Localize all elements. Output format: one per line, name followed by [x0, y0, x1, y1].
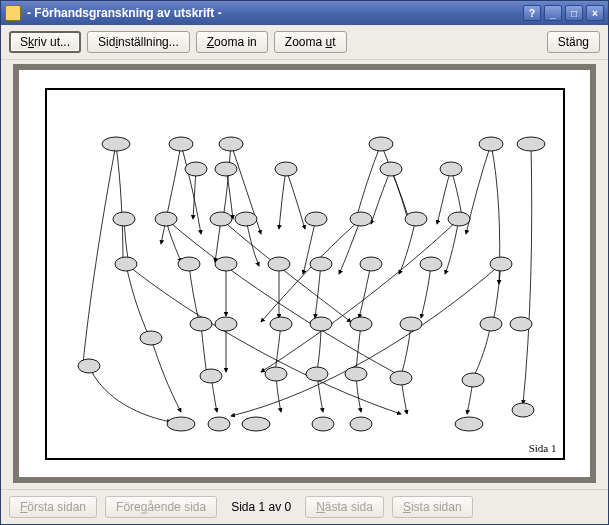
svg-point-32	[400, 317, 422, 331]
svg-point-40	[345, 367, 367, 381]
preview-area: Sida 1	[13, 64, 596, 483]
svg-point-5	[517, 137, 545, 151]
svg-point-10	[440, 162, 462, 176]
titlebar: - Förhandsgranskning av utskrift - ? _ □…	[1, 1, 608, 25]
window-title: - Förhandsgranskning av utskrift -	[27, 6, 520, 20]
svg-point-29	[270, 317, 292, 331]
close-window-button[interactable]: ×	[586, 5, 604, 21]
svg-point-41	[390, 371, 412, 385]
maximize-button[interactable]: □	[565, 5, 583, 21]
svg-point-13	[210, 212, 232, 226]
svg-point-7	[215, 162, 237, 176]
svg-point-12	[155, 212, 177, 226]
page-preview: Sida 1	[45, 88, 565, 460]
svg-point-45	[242, 417, 270, 431]
svg-point-30	[310, 317, 332, 331]
svg-point-22	[268, 257, 290, 271]
svg-point-4	[479, 137, 503, 151]
zoom-in-button[interactable]: Zooma in	[196, 31, 268, 53]
svg-point-47	[350, 417, 372, 431]
page-setup-button[interactable]: Sidinställning...	[87, 31, 190, 53]
svg-point-1	[169, 137, 193, 151]
svg-point-38	[265, 367, 287, 381]
graph-diagram	[61, 104, 553, 444]
svg-point-6	[185, 162, 207, 176]
svg-point-48	[455, 417, 483, 431]
last-page-button: Sista sidan	[392, 496, 473, 518]
minimize-button[interactable]: _	[544, 5, 562, 21]
page-label: Sida 1	[529, 442, 557, 454]
svg-point-0	[102, 137, 130, 151]
svg-point-35	[78, 359, 100, 373]
svg-point-27	[190, 317, 212, 331]
svg-point-16	[350, 212, 372, 226]
svg-point-8	[275, 162, 297, 176]
svg-point-39	[306, 367, 328, 381]
svg-point-23	[310, 257, 332, 271]
svg-point-20	[178, 257, 200, 271]
svg-point-21	[215, 257, 237, 271]
svg-point-14	[235, 212, 257, 226]
svg-point-15	[305, 212, 327, 226]
app-icon	[5, 5, 21, 21]
svg-point-11	[113, 212, 135, 226]
svg-point-42	[462, 373, 484, 387]
help-button[interactable]: ?	[523, 5, 541, 21]
svg-point-46	[312, 417, 334, 431]
close-button[interactable]: Stäng	[547, 31, 600, 53]
svg-point-44	[208, 417, 230, 431]
svg-point-19	[115, 257, 137, 271]
window: - Förhandsgranskning av utskrift - ? _ □…	[0, 0, 609, 525]
svg-point-25	[420, 257, 442, 271]
next-page-button: Nästa sida	[305, 496, 384, 518]
svg-point-36	[140, 331, 162, 345]
print-button[interactable]: Skriv ut...	[9, 31, 81, 53]
page-indicator: Sida 1 av 0	[225, 500, 297, 514]
svg-point-31	[350, 317, 372, 331]
svg-point-17	[405, 212, 427, 226]
svg-point-43	[167, 417, 195, 431]
svg-point-18	[448, 212, 470, 226]
prev-page-button: Föregående sida	[105, 496, 217, 518]
svg-point-2	[219, 137, 243, 151]
footer: Första sidan Föregående sida Sida 1 av 0…	[1, 489, 608, 524]
svg-point-26	[490, 257, 512, 271]
svg-point-34	[510, 317, 532, 331]
svg-point-3	[369, 137, 393, 151]
svg-point-33	[480, 317, 502, 331]
svg-point-49	[512, 403, 534, 417]
toolbar: Skriv ut... Sidinställning... Zooma in Z…	[1, 25, 608, 60]
svg-point-37	[200, 369, 222, 383]
svg-point-9	[380, 162, 402, 176]
svg-point-28	[215, 317, 237, 331]
zoom-out-button[interactable]: Zooma ut	[274, 31, 347, 53]
first-page-button: Första sidan	[9, 496, 97, 518]
svg-point-24	[360, 257, 382, 271]
